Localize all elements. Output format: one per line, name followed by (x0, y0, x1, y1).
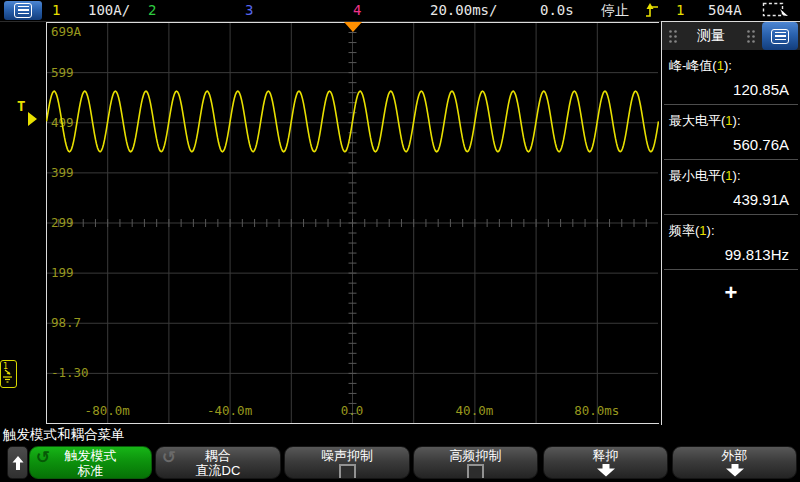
channel-1-number[interactable]: 1 (52, 2, 60, 18)
softkey-hf-reject[interactable]: 高频抑制 (413, 446, 538, 479)
measurements-panel: 测量 峰-峰值(1): 120.85A 最大电平(1): 560.76A 最小电… (661, 21, 800, 425)
rising-edge-trigger-icon[interactable] (645, 2, 660, 19)
x-axis-label: -40.0m (207, 403, 252, 418)
trigger-level-marker-label[interactable]: T (17, 98, 25, 114)
measurement-label: 峰-峰值 (669, 58, 712, 73)
measurement-value: 120.85A (669, 75, 793, 100)
trigger-source[interactable]: 1 (676, 2, 684, 18)
y-axis-label: 699A (51, 24, 82, 39)
softkey-label: 高频抑制 (414, 448, 537, 463)
measurement-row-peak-to-peak[interactable]: 峰-峰值(1): 120.85A (664, 50, 798, 105)
y-axis-label: 98.7 (51, 315, 81, 330)
measurement-label: 最大电平 (669, 113, 721, 128)
measurement-source: 1 (725, 168, 732, 183)
measurement-source: 1 (717, 58, 724, 73)
timebase-readout[interactable]: 20.00ms/ (430, 2, 497, 18)
status-bar: 1 100A/ 2 3 4 20.00ms/ 0.0s 停止 1 504A (0, 0, 800, 22)
y-axis-label: 299 (51, 215, 74, 230)
panel-menu-button[interactable] (762, 22, 798, 50)
softkey-holdoff[interactable]: 释抑 (543, 446, 668, 479)
cycle-icon: ↺ (162, 447, 176, 467)
add-measurement-button[interactable]: + (662, 270, 800, 306)
down-arrow-icon (725, 464, 745, 477)
measurement-row-max-level[interactable]: 最大电平(1): 560.76A (664, 105, 798, 160)
softkey-external[interactable]: 外部 (672, 446, 797, 479)
channel-3-number[interactable]: 3 (245, 2, 253, 18)
cycle-icon: ↺ (36, 447, 50, 467)
selection-cursor-icon[interactable] (762, 2, 790, 20)
run-state-indicator: 停止 (601, 2, 629, 20)
ground-symbol-icon: 1 (1, 361, 14, 385)
trigger-level-marker-arrow-icon[interactable] (28, 112, 37, 126)
drag-handle-icon[interactable] (746, 29, 756, 44)
softkey-trigger-mode[interactable]: ↺ 触发模式 标准 (29, 446, 152, 479)
measurement-value: 560.76A (669, 130, 793, 155)
delay-readout[interactable]: 0.0s (540, 2, 574, 18)
softkey-label: 释抑 (544, 448, 667, 463)
measurement-value: 439.91A (669, 185, 793, 210)
measurement-source: 1 (725, 113, 732, 128)
measurement-label: 频率 (669, 223, 695, 238)
main-menu-button[interactable] (4, 1, 42, 20)
y-axis-label: 599 (51, 65, 74, 80)
softkey-noise-reject[interactable]: 噪声抑制 (284, 446, 410, 479)
channel-1-ground-marker[interactable]: 1 (0, 360, 17, 388)
channel-1-scale[interactable]: 100A/ (88, 2, 130, 18)
measurement-row-frequency[interactable]: 频率(1): 99.813Hz (664, 215, 798, 270)
y-axis-label: 199 (51, 265, 74, 280)
hf-reject-checkbox[interactable] (467, 464, 484, 479)
x-axis-label: -80.0m (85, 403, 130, 418)
y-axis-label: -1.30 (51, 365, 89, 380)
softkey-label: 外部 (673, 448, 796, 463)
x-axis-label: 0.0 (341, 403, 364, 418)
measurement-value: 99.813Hz (669, 240, 793, 265)
noise-reject-checkbox[interactable] (339, 464, 356, 479)
y-axis-label: 399 (51, 165, 74, 180)
measurements-panel-header: 测量 (662, 22, 800, 50)
down-arrow-icon (596, 464, 616, 477)
oscilloscope-screen: 1 100A/ 2 3 4 20.00ms/ 0.0s 停止 1 504A 69… (0, 0, 800, 482)
softkey-bar: ↺ 触发模式 标准 ↺ 耦合 直流DC 噪声抑制 高频抑制 释抑 外部 (0, 446, 800, 481)
measurement-source: 1 (699, 223, 706, 238)
x-axis-label: 40.0m (456, 403, 494, 418)
time-reference-marker-icon[interactable] (344, 22, 362, 32)
trigger-level-readout[interactable]: 504A (708, 2, 742, 18)
menu-up-button[interactable] (7, 446, 28, 479)
x-axis-label: 80.0ms (574, 403, 619, 418)
channel-2-number[interactable]: 2 (148, 2, 156, 18)
measurement-row-min-level[interactable]: 最小电平(1): 439.91A (664, 160, 798, 215)
hamburger-menu-icon (14, 3, 32, 18)
graticule: 699A59949939929919998.7-1.30-80.0m-40.0m… (46, 22, 659, 424)
waveform-display-area: 699A59949939929919998.7-1.30-80.0m-40.0m… (46, 22, 659, 428)
up-arrow-icon (12, 455, 24, 471)
channel-4-number[interactable]: 4 (353, 2, 361, 18)
hamburger-menu-icon (771, 29, 789, 44)
softkey-menu-title: 触发模式和耦合菜单 (3, 426, 125, 444)
softkey-coupling[interactable]: ↺ 耦合 直流DC (155, 446, 281, 479)
softkey-label: 噪声抑制 (285, 448, 409, 463)
measurement-label: 最小电平 (669, 168, 721, 183)
